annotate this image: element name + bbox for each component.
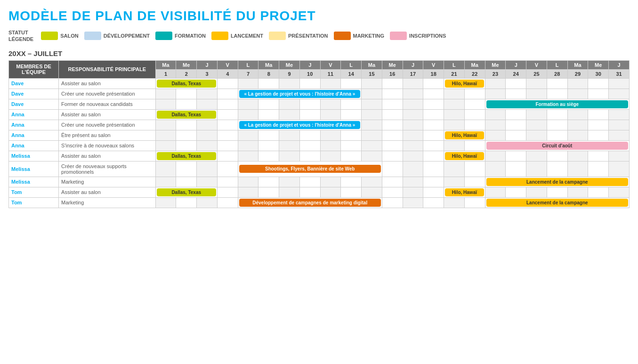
event-bar-6-16: Circuit d'août (486, 142, 628, 150)
cell-day-5-17 (506, 130, 526, 140)
cell-day-5-3 (217, 130, 238, 140)
cell-resp-7: Assister au salon (59, 151, 156, 161)
cell-day-5-16 (485, 130, 506, 140)
legend-item-developpement: DÉVELOPPEMENT (84, 32, 150, 40)
legend-text-marketing: MARKETING (353, 33, 385, 39)
cell-day-7-20 (567, 151, 588, 161)
table-row: AnnaAssister au salonDallas, Texas (9, 109, 630, 120)
header-daynum-12: 17 (403, 69, 423, 78)
legend-text-salon: SALON (60, 33, 79, 39)
cell-day-0-5 (258, 78, 279, 89)
table-row: DaveAssister au salonDallas, TexasHilo, … (9, 78, 630, 89)
cell-day-10-13 (423, 187, 444, 197)
page-title: MODÈLE DE PLAN DE VISIBILITÉ DU PROJET (8, 8, 630, 24)
cell-day-4-0 (155, 120, 176, 130)
cell-resp-11: Marketing (59, 197, 156, 208)
event-bar-9-16: Lancement de la campagne (486, 178, 628, 186)
header-daynum-22: 31 (609, 69, 630, 78)
cell-day-6-1 (176, 140, 197, 151)
header-dayname-14: L (444, 60, 465, 69)
cell-day-6-11 (382, 140, 403, 151)
legend-text-formation: FORMATION (175, 33, 206, 39)
cell-day-0-9 (341, 78, 362, 89)
cell-day-8-17 (506, 161, 526, 177)
cell-day-5-6 (279, 130, 300, 140)
cell-day-7-9 (341, 151, 362, 161)
cell-day-10-17 (506, 187, 526, 197)
cell-day-7-7 (299, 151, 320, 161)
header-daynum-3: 4 (217, 69, 238, 78)
cell-day-5-9 (341, 130, 362, 140)
cell-day-1-2 (197, 89, 218, 99)
cell-day-4-14 (444, 120, 465, 130)
legend-label: STATUTLÉGENDE (8, 29, 33, 43)
cell-day-9-3 (217, 177, 238, 187)
cell-day-2-13 (423, 99, 444, 109)
cell-day-0-8 (320, 78, 341, 89)
header-dayname-7: J (299, 60, 320, 69)
cell-day-10-22 (609, 187, 630, 197)
cell-day-6-3 (217, 140, 238, 151)
cell-day-9-14 (444, 177, 465, 187)
event-bar-7-14: Hilo, Hawaï (445, 152, 484, 160)
header-dayname-11: Me (382, 60, 403, 69)
cell-day-2-15 (464, 99, 485, 109)
cell-day-4-2 (197, 120, 218, 130)
cell-member-3: Anna (9, 109, 59, 120)
table-row: AnnaCréer une nouvelle présentation« La … (9, 120, 630, 130)
cell-day-8-12 (403, 161, 423, 177)
cell-resp-9: Marketing (59, 177, 156, 187)
header-daynum-17: 24 (506, 69, 526, 78)
cell-day-8-14 (444, 161, 465, 177)
cell-day-0-12 (403, 78, 423, 89)
table-row: DaveCréer une nouvelle présentation« La … (9, 89, 630, 99)
header-daynum-8: 11 (320, 69, 341, 78)
cell-day-7-13 (423, 151, 444, 161)
cell-day-7-5 (258, 151, 279, 161)
cell-resp-4: Créer une nouvelle présentation (59, 120, 156, 130)
cell-member-8: Melissa (9, 161, 59, 177)
legend-color-lancement (211, 32, 228, 40)
header-daynum-18: 25 (526, 69, 547, 78)
cell-day-5-20 (567, 130, 588, 140)
cell-day-11-1 (176, 197, 197, 208)
cell-day-8-22 (609, 161, 630, 177)
cell-day-1-17 (506, 89, 526, 99)
cell-day-1-21 (588, 89, 609, 99)
event-bar-8-4: Shootings, Flyers, Bannière de site Web (239, 165, 381, 173)
cell-day-3-15 (464, 109, 485, 120)
cell-member-10: Tom (9, 187, 59, 197)
cell-day-10-12 (403, 187, 423, 197)
legend-item-inscriptions: INSCRIPTIONS (390, 32, 446, 40)
cell-day-9-8 (320, 177, 341, 187)
cell-day-6-14 (444, 140, 465, 151)
cell-day-7-21 (588, 151, 609, 161)
cell-day-2-2 (197, 99, 218, 109)
header-dayname-22: J (609, 60, 630, 69)
cell-member-9: Melissa (9, 177, 59, 187)
cell-day-3-13 (423, 109, 444, 120)
cell-day-7-18 (526, 151, 547, 161)
cell-day-0-21 (588, 78, 609, 89)
cell-day-5-4 (238, 130, 258, 140)
cell-member-4: Anna (9, 120, 59, 130)
cell-day-3-8 (320, 109, 341, 120)
cell-day-1-11 (382, 89, 403, 99)
header-daynum-11: 16 (382, 69, 403, 78)
cell-day-11-11 (382, 197, 403, 208)
cell-day-1-10 (362, 89, 382, 99)
cell-resp-3: Assister au salon (59, 109, 156, 120)
cell-member-5: Anna (9, 130, 59, 140)
header-resp-col: RESPONSABILITÉ PRINCIPALE (59, 60, 156, 78)
event-bar-2-16: Formation au siège (486, 100, 628, 108)
cell-day-4-10 (362, 120, 382, 130)
cell-day-8-16 (485, 161, 506, 177)
table-row: AnnaS'inscrire à de nouveaux salonsCircu… (9, 140, 630, 151)
header-dayname-13: V (423, 60, 444, 69)
cell-day-5-2 (197, 130, 218, 140)
cell-day-5-12 (403, 130, 423, 140)
event-bar-11-16: Lancement de la campagne (486, 199, 628, 207)
cell-day-0-22 (609, 78, 630, 89)
cell-resp-8: Créer de nouveaux supports promotionnels (59, 161, 156, 177)
cell-day-5-10 (362, 130, 382, 140)
